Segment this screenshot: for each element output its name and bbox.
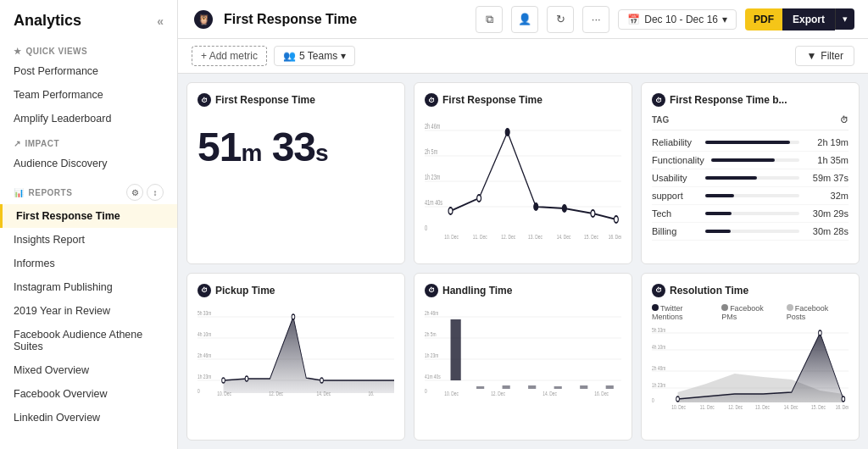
clock-icon5: ⏱ [425, 284, 438, 297]
sidebar-item-amplify-leaderboard[interactable]: Amplify Leaderboard [0, 107, 177, 130]
sidebar-item-informes[interactable]: Informes [0, 252, 177, 275]
line-chart: 2h 46m 2h 5m 1h 23m 41m 40s 0 [425, 114, 621, 241]
more-btn[interactable]: ··· [582, 6, 609, 33]
svg-text:13. Dec: 13. Dec [528, 233, 542, 240]
card4-title: ⏱ Pickup Time [198, 284, 394, 297]
svg-text:16. Dec: 16. Dec [594, 389, 609, 396]
export-group: PDF Export ▾ [745, 8, 854, 30]
sidebar-item-team-performance[interactable]: Team Performance [0, 83, 177, 107]
sidebar-title: Analytics « [0, 0, 177, 38]
handling-chart: 2h 46m 2h 5m 1h 23m 41m 40s 0 10. Dec 12… [425, 304, 621, 397]
svg-text:14. Dec: 14. Dec [542, 389, 557, 396]
svg-text:12. Dec: 12. Dec [269, 389, 283, 396]
svg-text:0: 0 [198, 386, 200, 393]
svg-point-14 [534, 203, 538, 210]
svg-text:2h 46m: 2h 46m [425, 122, 440, 131]
svg-text:10. Dec: 10. Dec [444, 389, 459, 396]
sidebar-item-post-performance[interactable]: Post Performance [0, 59, 177, 83]
sidebar-item-facebook-audience[interactable]: Facebook Audience Athene Suites [0, 323, 177, 358]
svg-text:4h 10m: 4h 10m [652, 342, 666, 349]
big-number-display: 51m 33s [198, 124, 394, 170]
impact-label: ↗ IMPACT [0, 130, 177, 152]
svg-rect-53 [476, 386, 484, 389]
tag-row-reliability: Reliability 2h 19m [652, 134, 849, 152]
sidebar-item-audience-discovery[interactable]: Audience Discovery [0, 152, 177, 175]
chevron-down-icon: ▾ [341, 50, 346, 62]
tag-row-support: support 32m [652, 187, 849, 205]
svg-text:13. Dec: 13. Dec [755, 402, 770, 408]
svg-text:2h 46m: 2h 46m [198, 351, 212, 358]
svg-text:0: 0 [652, 396, 654, 402]
svg-point-76 [676, 396, 680, 402]
sidebar-item-facebook-overview[interactable]: Facebook Overview [0, 382, 177, 406]
sidebar-item-2019-year[interactable]: 2019 Year in Review [0, 299, 177, 323]
svg-text:2h 5m: 2h 5m [425, 330, 437, 336]
sidebar-item-mixed-overview[interactable]: Mixed Overview [0, 358, 177, 382]
svg-rect-54 [503, 385, 510, 389]
export-btn[interactable]: Export [782, 8, 835, 30]
resolution-chart: 5h 33m 4h 10m 2h 46m 1h 23m 0 10. Dec 11… [652, 324, 849, 418]
refresh-btn[interactable]: ↻ [547, 6, 574, 33]
card-resolution-time: ⏱ Resolution Time Twitter Mentions Faceb… [641, 273, 860, 441]
card2-title: ⏱ First Response Time [425, 93, 621, 107]
svg-rect-52 [451, 319, 461, 380]
reports-settings-btn[interactable]: ⚙ [126, 184, 143, 201]
svg-text:0: 0 [425, 386, 427, 393]
pickup-chart: 5h 33m 4h 10m 2h 46m 1h 23m 0 10. Dec 12… [198, 304, 394, 397]
topbar: 🦉 First Response Time ⧉ 👤 ↻ ··· 📅 Dec 10… [178, 0, 868, 39]
tag-row-billing: Billing 30m 28s [652, 223, 849, 241]
sidebar-item-insights-report[interactable]: Insights Report [0, 228, 177, 252]
card3-title: ⏱ First Response Time b... [652, 93, 849, 107]
svg-text:1h 23m: 1h 23m [652, 380, 666, 387]
reports-section-header: 📊 REPORTS ⚙ ↕ [0, 175, 177, 204]
svg-point-74 [819, 330, 822, 335]
clock-icon6: ⏱ [652, 284, 665, 297]
topbar-title: First Response Time [224, 12, 467, 27]
svg-text:11. Dec: 11. Dec [700, 402, 715, 408]
svg-point-75 [842, 396, 845, 402]
date-range-picker[interactable]: 📅 Dec 10 - Dec 16 ▾ [618, 9, 737, 30]
svg-text:11. Dec: 11. Dec [473, 233, 487, 240]
tag-row-functionality: Functionality 1h 35m [652, 152, 849, 169]
filter-btn[interactable]: ▼ Filter [795, 46, 854, 66]
sidebar-collapse-btn[interactable]: « [157, 14, 164, 28]
svg-point-13 [505, 129, 509, 136]
svg-text:41m 40s: 41m 40s [425, 372, 441, 379]
svg-text:0: 0 [425, 224, 427, 233]
tag-bar [705, 141, 790, 144]
svg-point-35 [222, 378, 225, 383]
copy-btn[interactable]: ⧉ [476, 6, 503, 33]
svg-point-12 [477, 195, 481, 202]
tag-bar [705, 176, 757, 180]
svg-point-38 [320, 378, 324, 383]
svg-rect-55 [528, 385, 536, 389]
export-chevron-btn[interactable]: ▾ [835, 8, 854, 30]
sidebar-item-first-response-time[interactable]: First Response Time [0, 204, 177, 228]
tag-row-usability: Usability 59m 37s [652, 169, 849, 187]
svg-text:🦉: 🦉 [198, 13, 210, 25]
svg-text:10. Dec: 10. Dec [671, 402, 686, 408]
svg-marker-34 [224, 317, 394, 393]
svg-text:1h 23m: 1h 23m [425, 173, 440, 182]
svg-text:16. Dec: 16. Dec [609, 233, 621, 240]
tag-bar [705, 212, 732, 215]
sidebar-item-linkedin-overview[interactable]: Linkedin Overview [0, 406, 177, 430]
svg-text:10. Dec: 10. Dec [217, 389, 231, 396]
card-first-response-big: ⏱ First Response Time 51m 33s [186, 82, 405, 264]
card6-title: ⏱ Resolution Time [652, 284, 849, 297]
svg-text:12. Dec: 12. Dec [501, 233, 515, 240]
teams-filter-btn[interactable]: 👥 5 Teams ▾ [274, 46, 355, 66]
tag-row-tech: Tech 30m 29s [652, 205, 849, 223]
sidebar-item-instagram-publishing[interactable]: Instagram Publishing [0, 275, 177, 299]
svg-text:12. Dec: 12. Dec [491, 389, 505, 396]
filterbar: + Add metric 👥 5 Teams ▾ ▼ Filter [178, 39, 868, 74]
svg-point-36 [245, 376, 248, 381]
share-btn[interactable]: 👤 [511, 6, 538, 33]
reports-sort-btn[interactable]: ↕ [147, 184, 164, 201]
add-metric-btn[interactable]: + Add metric [192, 46, 267, 66]
svg-text:16.: 16. [368, 389, 374, 396]
export-pdf-btn[interactable]: PDF [745, 8, 782, 30]
svg-text:41m 40s: 41m 40s [425, 198, 442, 208]
clock-icon2: ⏱ [425, 93, 438, 107]
legend: Twitter Mentions Facebook PMs Facebook P… [652, 304, 849, 321]
